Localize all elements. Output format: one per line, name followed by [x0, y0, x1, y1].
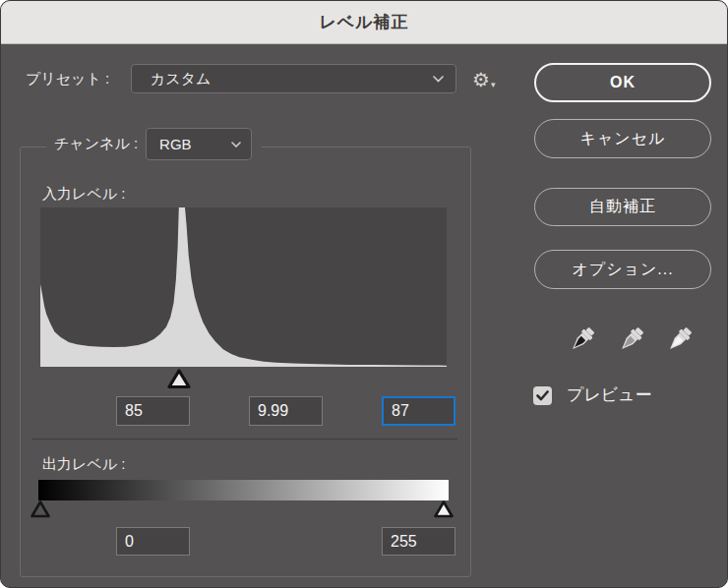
- preset-label: プリセット :: [26, 64, 109, 93]
- input-shadow-field[interactable]: [116, 396, 190, 426]
- input-gamma-field[interactable]: [249, 396, 323, 426]
- eyedropper-gray-icon: [615, 324, 646, 356]
- channel-select[interactable]: RGB: [146, 128, 252, 160]
- input-highlight-field[interactable]: [382, 396, 455, 426]
- preview-checkbox[interactable]: [533, 386, 552, 405]
- preset-select[interactable]: カスタム: [131, 64, 456, 93]
- white-point-eyedropper-button[interactable]: [663, 324, 695, 356]
- checkmark-icon: [536, 390, 549, 401]
- histogram-plot: [40, 207, 447, 367]
- ok-button[interactable]: OK: [534, 63, 711, 102]
- output-gradient-bar: [38, 480, 449, 500]
- channel-label: チャンネル :: [54, 135, 138, 153]
- channel-legend: チャンネル : RGB: [46, 128, 262, 160]
- caret-down-icon: ▾: [491, 71, 496, 98]
- cancel-button[interactable]: キャンセル: [534, 119, 711, 158]
- output-highlight-field[interactable]: [382, 527, 455, 556]
- title-bar[interactable]: レベル補正: [1, 1, 727, 44]
- channel-value: RGB: [159, 136, 192, 152]
- dialog-title: レベル補正: [319, 11, 408, 33]
- eyedropper-black-icon: [566, 324, 597, 356]
- levels-dialog: レベル補正 プリセット : カスタム ⚙▾ OK キャンセル 自動補正 オプショ…: [0, 0, 728, 588]
- chevron-down-icon: [231, 142, 241, 147]
- preset-value: カスタム: [151, 70, 211, 88]
- gray-point-eyedropper-button[interactable]: [615, 324, 646, 356]
- options-button[interactable]: オプション...: [534, 250, 711, 289]
- input-levels-label: 入力レベル :: [42, 179, 125, 208]
- black-point-eyedropper-button[interactable]: [566, 324, 597, 356]
- preview-label: プレビュー: [567, 382, 652, 409]
- eyedropper-white-icon: [663, 324, 695, 356]
- auto-correct-button[interactable]: 自動補正: [534, 188, 711, 226]
- gear-icon: ⚙: [472, 66, 490, 93]
- histogram: [40, 207, 447, 367]
- chevron-down-icon: [433, 76, 444, 83]
- preset-options-button[interactable]: ⚙▾: [472, 66, 506, 93]
- output-levels-label: 出力レベル :: [42, 449, 125, 479]
- output-shadow-slider-handle[interactable]: [30, 500, 51, 519]
- input-midtone-slider-handle[interactable]: [166, 368, 192, 390]
- output-shadow-field[interactable]: [116, 527, 190, 556]
- output-highlight-slider-handle[interactable]: [433, 500, 455, 519]
- section-divider: [32, 439, 457, 440]
